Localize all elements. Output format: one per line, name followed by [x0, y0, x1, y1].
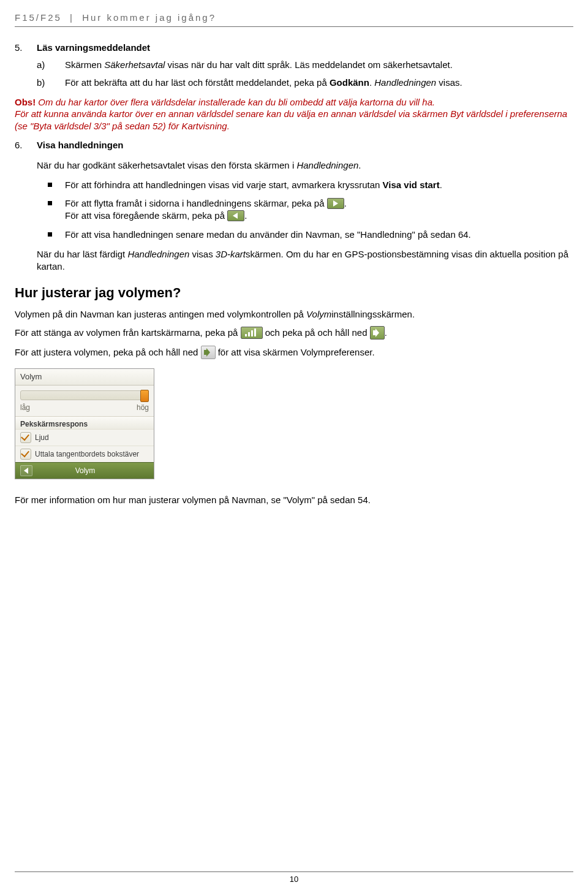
volume-label-high: hög [137, 403, 149, 412]
back-arrow-icon[interactable] [20, 465, 32, 476]
step6-post: När du har läst färdigt Handledningen vi… [37, 248, 573, 273]
touch-response-section: Pekskärmsrespons [15, 416, 154, 429]
option-label: Uttala tangentbordets bokstäver [35, 449, 139, 459]
speaker-mute-icon[interactable] [370, 326, 385, 340]
volume-widget-footer: Volym [15, 462, 154, 479]
item-text: För att bekräfta att du har läst och för… [65, 77, 573, 89]
volume-p3: För att justera volymen, peka på och hål… [15, 346, 573, 360]
step5-title: Läs varningsmeddelandet [37, 42, 573, 54]
option-label: Ljud [35, 433, 49, 442]
option-speak-keyboard[interactable]: Uttala tangentbordets bokstäver [15, 446, 154, 462]
footer-label: Volym [75, 466, 96, 476]
step5-item-b: b) För att bekräfta att du har läst och … [15, 77, 573, 89]
item-label: b) [15, 77, 65, 89]
page-footer: 10 [15, 871, 573, 884]
volume-slider[interactable] [20, 390, 149, 400]
play-forward-icon[interactable] [327, 198, 344, 209]
header-product: F15/F25 [15, 12, 62, 23]
step6-bullet-1: För att förhindra att handledningen visa… [37, 179, 573, 191]
page-header: F15/F25 | Hur kommer jag igång? [15, 12, 573, 27]
obs-note: Obs! Om du har kartor över flera världsd… [15, 96, 573, 132]
volume-slider-thumb[interactable] [140, 390, 149, 402]
step6-title: Visa handledningen [37, 139, 573, 151]
checkbox-icon[interactable] [20, 449, 31, 460]
step6-intro: När du har godkänt säkerhetsavtalet visa… [37, 159, 573, 172]
speaker-icon[interactable] [201, 346, 216, 359]
step5-item-a: a) Skärmen Säkerhetsavtal visas när du h… [15, 59, 573, 71]
step5-number: 5. [15, 42, 37, 54]
checkbox-icon[interactable] [20, 432, 31, 443]
volume-p1: Volymen på din Navman kan justeras antin… [15, 308, 573, 321]
item-text: Skärmen Säkerhetsavtal visas när du har … [65, 59, 573, 71]
step6-bullet-3: För att visa handledningen senare medan … [37, 229, 573, 241]
volume-heading: Hur justerar jag volymen? [15, 284, 573, 302]
signal-bars-icon[interactable] [241, 327, 263, 339]
option-sound[interactable]: Ljud [15, 429, 154, 446]
volume-widget: Volym låg hög Pekskärmsrespons Ljud Utta… [15, 368, 154, 479]
volume-p2: För att stänga av volymen från kartskärm… [15, 327, 573, 340]
volume-widget-title: Volym [15, 369, 154, 385]
page-number: 10 [290, 875, 298, 884]
closing-paragraph: För mer information om hur man justerar … [15, 494, 573, 506]
step6-bullet-2: För att flytta framåt i sidorna i handle… [37, 197, 573, 222]
volume-label-low: låg [20, 403, 30, 412]
play-back-icon[interactable] [227, 210, 244, 221]
step6-number: 6. [15, 139, 37, 151]
item-label: a) [15, 59, 65, 71]
separator-pipe: | [70, 12, 74, 23]
header-section: Hur kommer jag igång? [82, 12, 216, 23]
obs-label: Obs! [15, 97, 36, 107]
